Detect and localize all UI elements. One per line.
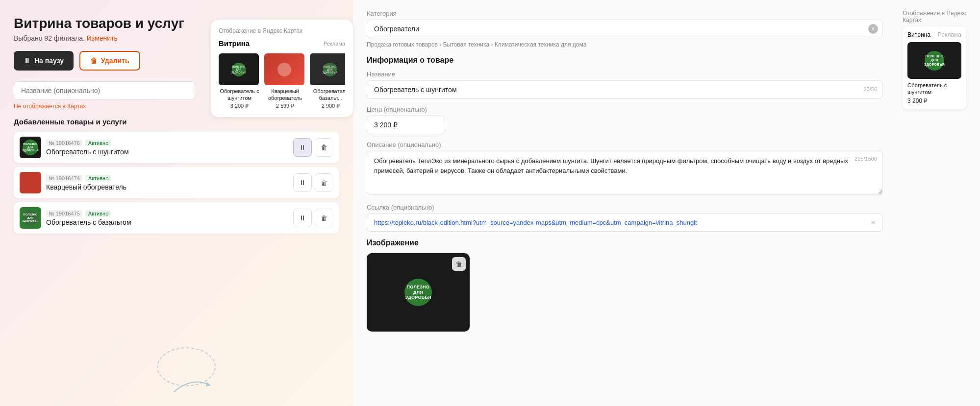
form-section: Категория × Продажа готовых товаров › Бы… bbox=[367, 10, 883, 332]
price-label: Цена (опционально) bbox=[367, 106, 883, 113]
price-input[interactable] bbox=[367, 116, 445, 134]
preview-product-price-3: 2 900 ₽ bbox=[310, 103, 345, 109]
name-counter: 23/56 bbox=[863, 86, 877, 92]
preview-product-img-2 bbox=[264, 53, 304, 85]
name-label: Название bbox=[367, 71, 883, 78]
ad-badge: Реклама bbox=[324, 41, 345, 47]
preview-header: Витрина Реклама bbox=[219, 39, 345, 48]
small-preview-badge: ПОЛЕЗНОДЛЯЗДОРОВЬЯ bbox=[925, 51, 944, 71]
link-input[interactable] bbox=[367, 214, 883, 232]
trash-icon: 🗑 bbox=[90, 57, 97, 65]
delete-product-button-1[interactable]: 🗑 bbox=[315, 138, 333, 157]
preview-product-name-2: Кварцевый обогреватель bbox=[264, 88, 306, 102]
description-label: Описание (опционально) bbox=[367, 141, 883, 148]
category-row: × bbox=[367, 20, 883, 38]
product-item: ПОЛЕЗНОДЛЯЗДОРОВЬЯ № 19016476 Активно Об… bbox=[14, 132, 339, 163]
delete-product-button-2[interactable]: 🗑 bbox=[315, 173, 333, 192]
pause-product-button-2[interactable]: ⏸ bbox=[293, 173, 312, 192]
product-id-1: № 19016476 bbox=[46, 140, 82, 146]
right-panel: Категория × Продажа готовых товаров › Бы… bbox=[353, 0, 980, 406]
svg-marker-0 bbox=[206, 382, 211, 386]
product-item-2: № 19016474 Активно Кварцевый обогревател… bbox=[14, 167, 339, 198]
product-item-3: ПОЛЕЗНОДЛЯЗДОРОВЬЯ № 19016475 Активно Об… bbox=[14, 202, 339, 234]
small-preview-card: Витрина Реклама ПОЛЕЗНОДЛЯЗДОРОВЬЯ Обогр… bbox=[903, 26, 966, 109]
status-badge-2: Активно bbox=[85, 175, 112, 182]
category-input[interactable] bbox=[367, 20, 883, 38]
green-badge-3: ПОЛЕЗНОДЛЯЗДОРОВЬЯ bbox=[23, 210, 38, 226]
delete-product-button-3[interactable]: 🗑 bbox=[315, 209, 333, 227]
product-meta-3: № 19016475 Активно bbox=[46, 210, 288, 217]
search-input[interactable] bbox=[14, 81, 195, 100]
product-name-1: Обогреватель с шунгитом bbox=[46, 148, 288, 156]
pause-icon: ⏸ bbox=[24, 57, 30, 65]
preview-red-circle bbox=[277, 63, 291, 76]
delete-image-button[interactable]: 🗑 bbox=[452, 257, 466, 271]
preview-label: Отображение в Яндекс Картах bbox=[219, 27, 345, 34]
category-clear-button[interactable]: × bbox=[868, 24, 878, 34]
pause-product-button-1[interactable]: ⏸ bbox=[293, 138, 312, 157]
status-badge-1: Активно bbox=[85, 140, 112, 146]
description-textarea[interactable]: Обогреватель ТеплЭко из минерального сыр… bbox=[367, 151, 883, 195]
red-badge-2 bbox=[23, 175, 38, 191]
status-badge-3: Активно bbox=[85, 210, 112, 217]
preview-product-2[interactable]: Кварцевый обогреватель 2 599 ₽ bbox=[264, 53, 306, 109]
product-info-3: № 19016475 Активно Обогреватель с базаль… bbox=[46, 210, 288, 226]
description-counter: 225/1500 bbox=[854, 156, 877, 162]
change-branch-link[interactable]: Изменить bbox=[87, 34, 118, 42]
name-field-row: 23/56 bbox=[367, 80, 883, 99]
product-name-2: Кварцевый обогреватель bbox=[46, 183, 288, 191]
product-name-3: Обогреватель с базальтом bbox=[46, 218, 288, 226]
product-id-3: № 19016475 bbox=[46, 210, 82, 217]
preview-product-3[interactable]: ПОЛЕЗНОДЛЯЗДОРОВЬЯ Обогреватель базальт.… bbox=[310, 53, 345, 109]
product-list: ПОЛЕЗНОДЛЯЗДОРОВЬЯ № 19016476 Активно Об… bbox=[14, 132, 339, 234]
preview-product-1[interactable]: ПОЛЕЗНОДЛЯЗДОРОВЬЯ Обогреватель с шунгит… bbox=[219, 53, 260, 109]
product-thumb-1: ПОЛЕЗНОДЛЯЗДОРОВЬЯ bbox=[20, 137, 41, 158]
name-input[interactable] bbox=[367, 80, 883, 99]
product-meta-1: № 19016476 Активно bbox=[46, 140, 288, 146]
small-preview-label: Отображение в Яндекс Картах bbox=[903, 10, 966, 24]
small-preview-title: Витрина bbox=[907, 31, 930, 38]
product-actions-1: ⏸ 🗑 bbox=[293, 138, 333, 157]
preview-product-price-1: 3 200 ₽ bbox=[219, 103, 260, 109]
delete-button[interactable]: 🗑 Удалить bbox=[79, 51, 140, 71]
preview-product-name-1: Обогреватель с шунгитом bbox=[219, 88, 260, 102]
category-label: Категория bbox=[367, 10, 883, 17]
arrow-decoration bbox=[172, 375, 211, 396]
main-image-badge: ПОЛЕЗНОДЛЯЗДОРОВЬЯ bbox=[404, 279, 432, 306]
image-section-title: Изображение bbox=[367, 239, 883, 247]
link-label: Ссылка (опционально) bbox=[367, 204, 883, 211]
breadcrumb: Продажа готовых товаров › Бытовая техник… bbox=[367, 41, 883, 48]
preview-product-price-2: 2 599 ₽ bbox=[264, 103, 306, 109]
product-id-2: № 19016474 bbox=[46, 175, 82, 182]
small-preview-card-header: Витрина Реклама bbox=[907, 31, 961, 38]
product-actions-2: ⏸ 🗑 bbox=[293, 173, 333, 192]
pause-button[interactable]: ⏸ На паузу bbox=[14, 51, 74, 71]
product-info-1: № 19016476 Активно Обогреватель с шунгит… bbox=[46, 140, 288, 156]
preview-products: ПОЛЕЗНОДЛЯЗДОРОВЬЯ Обогреватель с шунгит… bbox=[219, 53, 345, 109]
small-preview-img: ПОЛЕЗНОДЛЯЗДОРОВЬЯ bbox=[907, 42, 961, 79]
preview-product-img-1: ПОЛЕЗНОДЛЯЗДОРОВЬЯ bbox=[219, 53, 259, 85]
preview-product-name-3: Обогреватель базальт... bbox=[310, 88, 345, 102]
small-preview-product-name: Обогреватель с шунгитом bbox=[907, 82, 961, 96]
product-thumb-3: ПОЛЕЗНОДЛЯЗДОРОВЬЯ bbox=[20, 207, 41, 229]
preview-title: Витрина bbox=[219, 39, 250, 48]
green-badge-1: ПОЛЕЗНОДЛЯЗДОРОВЬЯ bbox=[23, 140, 38, 155]
left-panel: Витрина товаров и услуг Выбрано 92 филиа… bbox=[0, 0, 353, 406]
preview-panel: Отображение в Яндекс Картах Витрина Рекл… bbox=[211, 20, 353, 117]
product-meta-2: № 19016474 Активно bbox=[46, 175, 288, 182]
small-preview: Отображение в Яндекс Картах Витрина Рекл… bbox=[903, 10, 966, 332]
link-row: × bbox=[367, 214, 883, 232]
preview-product-img-3: ПОЛЕЗНОДЛЯЗДОРОВЬЯ bbox=[310, 53, 345, 85]
pause-product-button-3[interactable]: ⏸ bbox=[293, 209, 312, 227]
product-info-title: Информация о товаре bbox=[367, 56, 883, 65]
right-panel-inner: Категория × Продажа готовых товаров › Бы… bbox=[367, 10, 966, 332]
product-actions-3: ⏸ 🗑 bbox=[293, 209, 333, 227]
image-container: 🗑 ПОЛЕЗНОДЛЯЗДОРОВЬЯ bbox=[367, 253, 470, 332]
small-preview-price: 3 200 ₽ bbox=[907, 97, 961, 104]
small-preview-ad: Реклама bbox=[938, 31, 961, 38]
preview-green-badge-3: ПОЛЕЗНОДЛЯЗДОРОВЬЯ bbox=[323, 63, 337, 76]
description-field-row: Обогреватель ТеплЭко из минерального сыр… bbox=[367, 151, 883, 197]
product-thumb-2 bbox=[20, 172, 41, 193]
product-info-2: № 19016474 Активно Кварцевый обогревател… bbox=[46, 175, 288, 191]
link-clear-button[interactable]: × bbox=[868, 218, 878, 228]
